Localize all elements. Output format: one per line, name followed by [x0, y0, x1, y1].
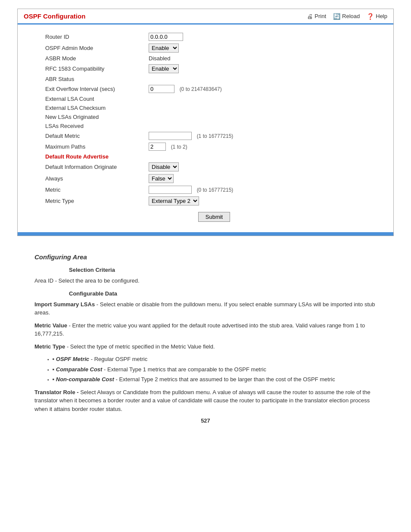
metric-type-label-text: Metric Type: [34, 343, 65, 350]
asbr-mode-label: ASBR Mode: [44, 54, 147, 63]
bullet-ospf-metric-text: OSPF Metric - Regular OSPF metric: [56, 355, 147, 364]
abr-status-value: [147, 75, 385, 84]
maximum-paths-value: (1 to 2): [147, 141, 385, 152]
always-value: False True: [147, 173, 385, 184]
lsas-received-label: LSAs Received: [44, 121, 147, 131]
external-lsa-checksum-label: External LSA Checksum: [44, 103, 147, 112]
ospf-body: Router ID OSPF Admin Mode Enable Disable: [18, 25, 393, 232]
area-id-text: Area ID - Select the area to be configur…: [34, 277, 377, 285]
rfc-compatibility-row: RFC 1583 Compatibility Enable Disable: [44, 63, 385, 75]
help-label: Help: [376, 13, 387, 19]
metric-type-label: Metric Type: [44, 195, 147, 207]
exit-overflow-label: Exit Overflow Interval (secs): [44, 84, 147, 94]
bullet-comparable-cost: ▪ Comparable Cost - External Type 1 metr…: [47, 365, 377, 374]
default-info-originate-value: Disable Enable: [147, 161, 385, 173]
router-id-input[interactable]: [149, 33, 183, 41]
submit-button[interactable]: Submit: [198, 212, 230, 222]
rfc-compatibility-select[interactable]: Enable Disable: [149, 64, 179, 73]
rfc-compatibility-label: RFC 1583 Compatibility: [44, 63, 147, 75]
default-metric-value: (1 to 16777215): [147, 131, 385, 141]
metric-type-text: Metric Type - Select the type of metric …: [34, 342, 377, 351]
reload-icon: [333, 13, 340, 20]
rfc-compatibility-value: Enable Disable: [147, 63, 385, 75]
header-actions: Print Reload Help: [307, 13, 387, 20]
metric-hint: (0 to 16777215): [197, 187, 234, 193]
maximum-paths-input[interactable]: [149, 143, 166, 151]
ospf-admin-mode-value: Enable Disable: [147, 42, 385, 54]
router-id-value: [147, 31, 385, 42]
maximum-paths-row: Maximum Paths (1 to 2): [44, 141, 385, 152]
default-route-advertise-row: Default Route Advertise: [44, 152, 385, 161]
bullet-non-comparable-cost: ▪ Non-comparable Cost - External Type 2 …: [47, 375, 377, 384]
translator-role-label: Translator Role -: [34, 389, 79, 395]
ospf-admin-mode-row: OSPF Admin Mode Enable Disable: [44, 42, 385, 54]
exit-overflow-hint: (0 to 2147483647): [180, 86, 222, 92]
help-action[interactable]: Help: [367, 13, 387, 20]
metric-value-label: Metric Value: [34, 322, 67, 329]
bullet-ospf-metric: ▪ OSPF Metric - Regular OSPF metric: [47, 355, 377, 364]
router-id-row: Router ID: [44, 31, 385, 42]
metric-value: (0 to 16777215): [147, 184, 385, 195]
print-action[interactable]: Print: [307, 13, 326, 20]
new-lsas-row: New LSAs Originated: [44, 112, 385, 121]
router-id-label: Router ID: [44, 31, 147, 42]
default-route-advertise-label: Default Route Advertise: [44, 152, 147, 161]
ospf-header: OSPF Configuration Print Reload Help: [18, 9, 393, 25]
always-label: Always: [44, 173, 147, 184]
translator-role-text: Translator Role - Select Always or Candi…: [34, 388, 377, 414]
import-summary-text: Import Summary LSAs - Select enable or d…: [34, 300, 377, 317]
ospf-admin-mode-select[interactable]: Enable Disable: [149, 44, 179, 53]
default-info-originate-row: Default Information Originate Disable En…: [44, 161, 385, 173]
configuring-area-section: Configuring Area Selection Criteria Area…: [17, 249, 394, 432]
new-lsas-value: [147, 112, 385, 121]
metric-type-value: External Type 2 External Type 1: [147, 195, 385, 207]
bullet-icon-3: ▪: [53, 375, 56, 384]
reload-action[interactable]: Reload: [333, 13, 360, 20]
metric-label: Metric: [44, 184, 147, 195]
abr-status-row: ABR Status: [44, 75, 385, 84]
external-lsa-count-value: [147, 94, 385, 103]
submit-row: Submit: [44, 207, 385, 225]
exit-overflow-input[interactable]: [149, 85, 174, 93]
blue-footer: [18, 232, 393, 236]
new-lsas-label: New LSAs Originated: [44, 112, 147, 121]
asbr-mode-row: ASBR Mode Disabled: [44, 54, 385, 63]
asbr-mode-value: Disabled: [147, 54, 385, 63]
page-number: 527: [34, 417, 377, 424]
metric-value-text: Metric Value - Enter the metric value yo…: [34, 321, 377, 338]
print-label: Print: [314, 13, 326, 19]
ospf-admin-mode-label: OSPF Admin Mode: [44, 42, 147, 54]
import-summary-label: Import Summary LSAs: [34, 301, 95, 308]
translator-role-rest: Select Always or Candidate from the pull…: [34, 389, 371, 412]
configurable-data-heading: Configurable Data: [69, 290, 377, 297]
print-icon: [307, 13, 313, 20]
always-select[interactable]: False True: [149, 174, 174, 183]
metric-type-rest: - Select the type of metric specified in…: [67, 343, 215, 350]
maximum-paths-label: Maximum Paths: [44, 141, 147, 152]
metric-input[interactable]: [149, 186, 192, 194]
bullet-comparable-cost-text: Comparable Cost - External Type 1 metric…: [56, 365, 266, 374]
external-lsa-count-label: External LSA Count: [44, 94, 147, 103]
external-lsa-checksum-row: External LSA Checksum: [44, 103, 385, 112]
exit-overflow-value: (0 to 2147483647): [147, 84, 385, 94]
ospf-title: OSPF Configuration: [24, 12, 85, 20]
metric-type-bullets: ▪ OSPF Metric - Regular OSPF metric ▪ Co…: [47, 355, 377, 384]
form-table: Router ID OSPF Admin Mode Enable Disable: [44, 31, 385, 207]
default-route-advertise-title: Default Route Advertise: [45, 153, 109, 160]
bullet-icon-2: ▪: [53, 365, 56, 374]
metric-type-row: Metric Type External Type 2 External Typ…: [44, 195, 385, 207]
always-row: Always False True: [44, 173, 385, 184]
default-metric-row: Default Metric (1 to 16777215): [44, 131, 385, 141]
default-metric-input[interactable]: [149, 132, 192, 140]
metric-row: Metric (0 to 16777215): [44, 184, 385, 195]
metric-type-select[interactable]: External Type 2 External Type 1: [149, 196, 199, 205]
selection-criteria-heading: Selection Criteria: [69, 267, 377, 273]
default-info-originate-select[interactable]: Disable Enable: [149, 162, 179, 171]
default-metric-label: Default Metric: [44, 131, 147, 141]
lsas-received-value: [147, 121, 385, 131]
configuring-area-title: Configuring Area: [34, 253, 377, 261]
default-metric-hint: (1 to 16777215): [197, 133, 234, 139]
ospf-config-panel: OSPF Configuration Print Reload Help: [17, 9, 394, 236]
exit-overflow-row: Exit Overflow Interval (secs) (0 to 2147…: [44, 84, 385, 94]
bullet-non-comparable-cost-text: Non-comparable Cost - External Type 2 me…: [56, 375, 335, 384]
